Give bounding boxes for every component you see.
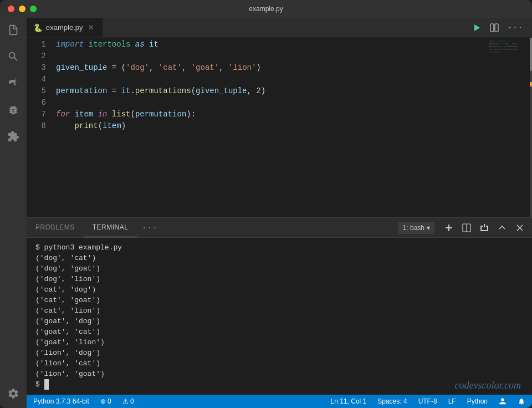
tab-close-button[interactable]: ×: [86, 22, 95, 34]
files-icon[interactable]: [6, 22, 21, 38]
code-line-8: print(item): [56, 120, 488, 132]
terminal-selector-label: 1: bash: [403, 224, 424, 232]
spaces-item[interactable]: Spaces: 4: [375, 395, 409, 408]
encoding-item[interactable]: UTF-8: [416, 395, 439, 408]
line-col-label: Ln 11, Col 1: [331, 397, 367, 405]
editor-area: 🐍 example.py × ··· 1 2 3 4 5: [27, 18, 532, 408]
more-actions-button[interactable]: ···: [505, 21, 525, 34]
main-layout: 🐍 example.py × ··· 1 2 3 4 5: [0, 18, 532, 408]
terminal-line-11: ('lion', 'dog'): [35, 348, 523, 358]
terminal-line-6: ('cat', 'goat'): [35, 295, 523, 305]
tab-example-py[interactable]: 🐍 example.py ×: [27, 18, 103, 37]
activity-bar: [0, 18, 27, 408]
warnings-label: ⚠ 0: [122, 397, 134, 405]
python-version-item[interactable]: Python 3.7.3 64-bit: [31, 395, 91, 408]
python-file-icon: 🐍: [33, 23, 43, 32]
terminal-line-8: ('goat', 'dog'): [35, 316, 523, 327]
terminal-line-10: ('goat', 'lion'): [35, 337, 523, 348]
tab-bar: 🐍 example.py × ···: [27, 18, 532, 38]
debug-icon[interactable]: [6, 102, 21, 118]
terminal[interactable]: $ python3 example.py ('dog', 'cat') ('do…: [27, 238, 532, 395]
panel-more-button[interactable]: ···: [137, 223, 162, 233]
tab-actions: ···: [470, 18, 532, 37]
scrollbar-thumb: [530, 38, 532, 71]
code-editor[interactable]: 1 2 3 4 5 6 7 8 import itertools as it g…: [27, 38, 532, 217]
errors-label: ⊗ 0: [100, 397, 111, 405]
traffic-lights: [8, 6, 37, 12]
split-editor-button[interactable]: [488, 21, 501, 34]
svg-marker-0: [474, 24, 480, 31]
tab-label: example.py: [46, 23, 83, 32]
status-bar: Python 3.7.3 64-bit ⊗ 0 ⚠ 0 Ln 11, Col 1…: [27, 395, 532, 408]
close-panel-button[interactable]: [512, 221, 528, 234]
terminal-line-4: ('dog', 'lion'): [35, 274, 523, 284]
tab-problems[interactable]: PROBLEMS: [27, 218, 84, 237]
terminal-line-3: ('dog', 'goat'): [35, 263, 523, 274]
terminal-line-14: $: [35, 379, 523, 390]
panel-actions: [437, 221, 532, 234]
line-numbers: 1 2 3 4 5 6 7 8: [27, 38, 52, 217]
code-line-4: [56, 74, 488, 85]
code-line-3: given_tuple = ('dog', 'cat', 'goat', 'li…: [56, 62, 488, 74]
extensions-icon[interactable]: [6, 129, 21, 144]
status-left: Python 3.7.3 64-bit ⊗ 0 ⚠ 0: [31, 395, 136, 408]
settings-icon[interactable]: [6, 386, 21, 401]
encoding-label: UTF-8: [418, 397, 437, 405]
python-version-label: Python 3.7.3 64-bit: [33, 397, 89, 405]
panel-tabs: PROBLEMS TERMINAL ··· 1: bash ▾: [27, 218, 532, 238]
code-content: import itertools as it given_tuple = ('d…: [52, 38, 488, 217]
status-right: Ln 11, Col 1 Spaces: 4 UTF-8 LF Python: [329, 395, 528, 408]
language-label: Python: [467, 397, 488, 405]
panel: PROBLEMS TERMINAL ··· 1: bash ▾: [27, 217, 532, 395]
bell-icon[interactable]: [515, 395, 528, 408]
minimize-button[interactable]: [19, 6, 25, 12]
svg-rect-2: [495, 24, 498, 32]
terminal-selector[interactable]: 1: bash ▾: [398, 222, 434, 234]
warnings-item[interactable]: ⚠ 0: [120, 395, 136, 408]
terminal-line-12: ('lion', 'cat'): [35, 358, 523, 369]
new-terminal-button[interactable]: [441, 221, 457, 234]
split-terminal-button[interactable]: [459, 221, 474, 234]
code-line-6: [56, 97, 488, 109]
errors-item[interactable]: ⊗ 0: [98, 395, 114, 408]
terminal-line-5: ('cat', 'dog'): [35, 284, 523, 295]
line-ending-label: LF: [448, 397, 456, 405]
spaces-label: Spaces: 4: [377, 397, 407, 405]
code-line-7: for item in list(permutation):: [56, 109, 488, 120]
terminal-line-9: ('goat', 'cat'): [35, 327, 523, 337]
scroll-indicator: [530, 82, 532, 86]
user-icon[interactable]: [497, 395, 509, 408]
code-line-1: import itertools as it: [56, 39, 488, 50]
scrollbar-track: [530, 38, 532, 217]
close-button[interactable]: [8, 6, 14, 12]
code-line-2: [56, 50, 488, 62]
tab-terminal[interactable]: TERMINAL: [84, 218, 137, 237]
collapse-panel-button[interactable]: [494, 221, 510, 234]
search-icon[interactable]: [6, 49, 21, 64]
terminal-line-1: $ python3 example.py: [35, 242, 523, 253]
kill-terminal-button[interactable]: [477, 221, 492, 234]
line-ending-item[interactable]: LF: [446, 395, 458, 408]
title-bar: example.py: [0, 0, 532, 18]
minimap: import itertools as it given_tuple = ('d…: [488, 38, 532, 217]
line-col-item[interactable]: Ln 11, Col 1: [329, 395, 369, 408]
terminal-line-2: ('dog', 'cat'): [35, 253, 523, 263]
minimap-preview: import itertools as it given_tuple = ('d…: [488, 39, 532, 55]
code-line-5: permutation = it.permutations(given_tupl…: [56, 85, 488, 97]
language-item[interactable]: Python: [465, 395, 490, 408]
terminal-line-13: ('lion', 'goat'): [35, 369, 523, 379]
window-title: example.py: [249, 5, 283, 13]
maximize-button[interactable]: [30, 6, 37, 12]
chevron-down-icon: ▾: [427, 224, 430, 232]
svg-rect-1: [490, 24, 494, 32]
run-button[interactable]: [470, 21, 483, 34]
source-control-icon[interactable]: [6, 75, 21, 91]
terminal-line-7: ('cat', 'lion'): [35, 305, 523, 316]
